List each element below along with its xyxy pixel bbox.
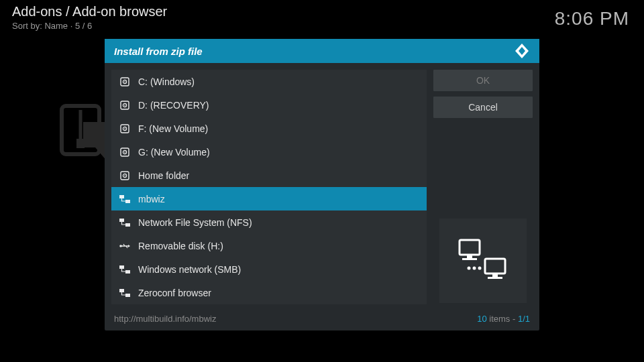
disk-icon: [119, 170, 130, 181]
dialog-title: Install from zip file: [114, 46, 203, 57]
svg-point-14: [124, 152, 125, 153]
file-item-label: G: (New Volume): [138, 147, 210, 158]
file-item-label: mbwiz: [138, 194, 165, 204]
file-item[interactable]: Windows network (SMB): [111, 257, 427, 281]
file-item[interactable]: Zeroconf browser: [111, 281, 427, 304]
svg-point-22: [119, 245, 122, 247]
svg-rect-28: [467, 255, 472, 258]
svg-rect-31: [492, 274, 498, 277]
usb-icon: [119, 241, 130, 251]
install-zip-dialog: Install from zip file C: (Windows)D: (RE…: [105, 39, 539, 330]
svg-point-5: [124, 81, 125, 82]
svg-point-35: [478, 267, 482, 270]
disk-icon: [119, 100, 130, 111]
svg-rect-32: [488, 277, 502, 279]
svg-point-11: [124, 128, 125, 129]
file-item-label: Removable disk (H:): [138, 241, 223, 251]
dialog-header: Install from zip file: [105, 39, 539, 63]
svg-rect-20: [119, 219, 124, 222]
svg-rect-19: [125, 200, 130, 203]
network-icon: [119, 264, 130, 275]
svg-point-34: [473, 267, 476, 270]
file-item-label: F: (New Volume): [138, 123, 208, 134]
network-thumbnail: [439, 219, 527, 303]
ok-button[interactable]: OK: [433, 70, 533, 91]
svg-rect-30: [485, 259, 505, 274]
file-item[interactable]: C: (Windows): [111, 70, 427, 93]
svg-rect-27: [460, 240, 480, 255]
file-list[interactable]: C: (Windows)D: (RECOVERY)F: (New Volume)…: [111, 70, 427, 304]
current-path: http://multibuild.info/mbwiz: [114, 314, 216, 324]
network-icon: [119, 217, 130, 228]
dialog-right-column: OK Cancel: [433, 70, 533, 304]
svg-rect-25: [119, 289, 124, 292]
clock: 8:06 PM: [555, 8, 629, 29]
file-item-label: Zeroconf browser: [138, 288, 211, 298]
file-item-label: Home folder: [138, 170, 189, 181]
svg-rect-26: [125, 294, 130, 297]
network-icon: [119, 194, 130, 204]
breadcrumb: Add-ons / Add-on browser: [12, 4, 167, 19]
svg-rect-24: [125, 270, 130, 274]
file-item[interactable]: F: (New Volume): [111, 117, 427, 140]
file-item-label: Windows network (SMB): [138, 264, 241, 275]
file-item[interactable]: G: (New Volume): [111, 140, 427, 164]
file-item[interactable]: Network File System (NFS): [111, 210, 427, 234]
svg-rect-29: [462, 258, 477, 260]
sort-info: Sort by: Name · 5 / 6: [12, 21, 167, 31]
file-item[interactable]: Home folder: [111, 164, 427, 187]
file-item[interactable]: D: (RECOVERY): [111, 93, 427, 117]
file-item-label: D: (RECOVERY): [138, 100, 209, 111]
kodi-logo-icon: [514, 43, 530, 59]
svg-rect-18: [119, 195, 124, 198]
disk-icon: [119, 76, 130, 87]
file-item-label: C: (Windows): [138, 76, 195, 87]
svg-rect-23: [119, 265, 124, 269]
svg-point-8: [124, 105, 125, 106]
dialog-footer: http://multibuild.info/mbwiz 10 items - …: [105, 311, 539, 330]
file-item-label: Network File System (NFS): [138, 217, 252, 228]
cancel-button[interactable]: Cancel: [433, 97, 533, 118]
svg-point-33: [468, 267, 471, 270]
disk-icon: [119, 123, 130, 134]
file-item[interactable]: mbwiz: [111, 187, 427, 210]
svg-point-17: [124, 175, 125, 176]
network-icon: [119, 288, 130, 298]
svg-rect-21: [125, 223, 130, 227]
dialog-body: C: (Windows)D: (RECOVERY)F: (New Volume)…: [105, 63, 539, 311]
item-count: 10 items - 1/1: [477, 314, 530, 324]
file-item[interactable]: Removable disk (H:): [111, 234, 427, 257]
background-header: Add-ons / Add-on browser Sort by: Name ·…: [12, 4, 167, 31]
disk-icon: [119, 147, 130, 158]
